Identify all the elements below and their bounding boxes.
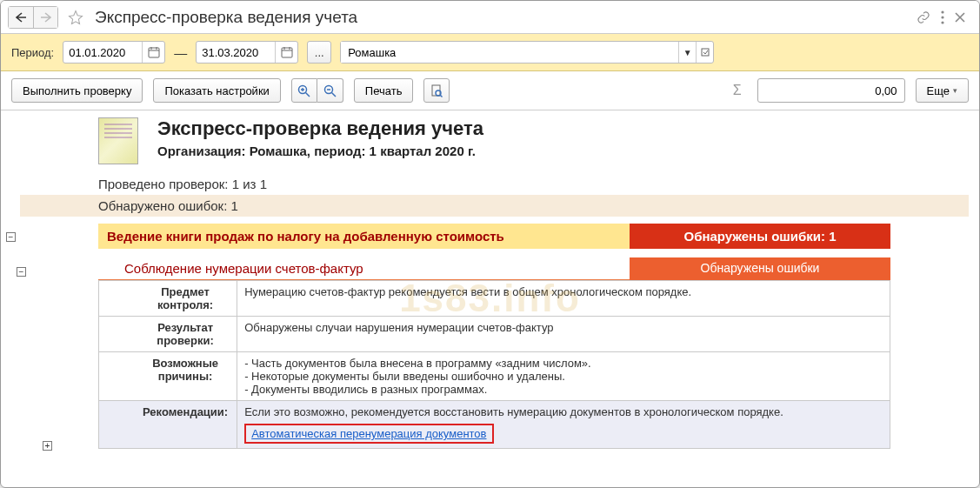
sum-field[interactable] — [757, 78, 905, 103]
section-status: Обнаружены ошибки: 1 — [630, 224, 890, 249]
recs-text: Если это возможно, рекомендуется восстан… — [244, 405, 783, 418]
subject-label: Предмет контроля: — [99, 281, 237, 317]
org-select[interactable]: ▼ — [340, 41, 714, 64]
table-row: Предмет контроля: Нумерацию счетов-факту… — [99, 281, 890, 317]
subject-text: Нумерацию счетов-фактур рекомендуется ве… — [237, 281, 890, 317]
subsection-header[interactable]: Соблюдение нумерации счетов-фактур Обнар… — [98, 257, 890, 280]
section-title: Ведение книги продаж по налогу на добавл… — [98, 224, 630, 249]
close-icon[interactable] — [955, 12, 965, 23]
show-settings-button[interactable]: Показать настройки — [153, 78, 280, 103]
date-to-input[interactable] — [196, 41, 298, 64]
date-from-field[interactable] — [63, 46, 142, 59]
zoom-group — [291, 78, 343, 103]
recs-cell: Если это возможно, рекомендуется восстан… — [237, 401, 890, 449]
action-toolbar: Выполнить проверку Показать настройки Пе… — [1, 71, 979, 110]
org-field[interactable] — [341, 42, 678, 63]
table-row: Результат проверки: Обнаружены случаи на… — [99, 317, 890, 352]
dropdown-icon[interactable]: ▼ — [678, 42, 696, 63]
errors-found-row: Обнаружено ошибок: 1 — [20, 195, 969, 217]
section-header[interactable]: Ведение книги продаж по налогу на добавл… — [98, 224, 890, 249]
more-button[interactable]: Еще — [916, 78, 969, 103]
zoom-out-button[interactable] — [317, 78, 343, 103]
period-label: Период: — [11, 46, 54, 59]
date-dash: — — [174, 45, 187, 60]
preview-button[interactable] — [423, 78, 450, 103]
svg-rect-5 — [702, 49, 709, 56]
tree-gutter: − − + — [1, 110, 20, 485]
report-subtitle: Организация: Ромашка, период: 1 квартал … — [157, 144, 483, 158]
link-icon[interactable] — [917, 10, 930, 24]
favorite-button[interactable] — [63, 5, 88, 30]
calendar-icon[interactable] — [142, 42, 164, 63]
date-to-field[interactable] — [197, 46, 275, 59]
subsection-title: Соблюдение нумерации счетов-фактур — [98, 257, 630, 280]
back-button[interactable] — [9, 7, 33, 28]
calendar-icon[interactable] — [275, 42, 297, 63]
forward-button[interactable] — [33, 7, 57, 28]
svg-rect-3 — [149, 48, 159, 57]
window-title: Экспресс-проверка ведения учета — [95, 8, 917, 27]
result-label: Результат проверки: — [99, 317, 237, 352]
renumber-link[interactable]: Автоматическая перенумерация документов — [251, 427, 486, 440]
subsection-status: Обнаружены ошибки — [630, 257, 890, 280]
titlebar: Экспресс-проверка ведения учета — [1, 1, 979, 34]
reasons-label: Возможные причины: — [99, 352, 237, 401]
report-body: Экспресс-проверка ведения учета Организа… — [20, 110, 979, 449]
run-check-button[interactable]: Выполнить проверку — [11, 78, 143, 103]
table-row: Возможные причины: - Часть документов бы… — [99, 352, 890, 401]
expand-toggle[interactable]: + — [43, 441, 52, 451]
date-from-input[interactable] — [63, 41, 165, 64]
collapse-toggle[interactable]: − — [6, 232, 16, 242]
collapse-toggle[interactable]: − — [17, 267, 26, 277]
svg-point-0 — [941, 10, 943, 13]
action-link-box: Автоматическая перенумерация документов — [244, 424, 493, 444]
kebab-icon[interactable] — [941, 10, 944, 24]
svg-rect-4 — [282, 48, 292, 57]
document-icon — [98, 117, 138, 164]
nav-group — [8, 6, 58, 29]
checks-done-row: Проведено проверок: 1 из 1 — [20, 173, 969, 195]
sigma-icon: Σ — [728, 83, 747, 98]
report-header: Экспресс-проверка ведения учета Организа… — [20, 110, 969, 173]
svg-point-2 — [941, 21, 943, 23]
reasons-text: - Часть документов была внесена в програ… — [237, 352, 890, 401]
open-icon[interactable] — [696, 42, 713, 63]
result-text: Обнаружены случаи нарушения нумерации сч… — [237, 317, 890, 352]
table-row: Рекомендации: Если это возможно, рекомен… — [99, 401, 890, 449]
svg-point-1 — [941, 16, 943, 18]
recs-label: Рекомендации: — [99, 401, 237, 449]
report-area: 1s83.info − − + Экспресс-проверка ведени… — [1, 110, 979, 485]
zoom-in-button[interactable] — [291, 78, 317, 103]
print-button[interactable]: Печать — [354, 78, 414, 103]
report-title: Экспресс-проверка ведения учета — [157, 117, 483, 140]
filter-bar: Период: — ... ▼ — [1, 34, 979, 71]
detail-table: Предмет контроля: Нумерацию счетов-факту… — [98, 280, 890, 449]
period-picker-button[interactable]: ... — [307, 41, 331, 64]
titlebar-actions — [917, 10, 972, 24]
